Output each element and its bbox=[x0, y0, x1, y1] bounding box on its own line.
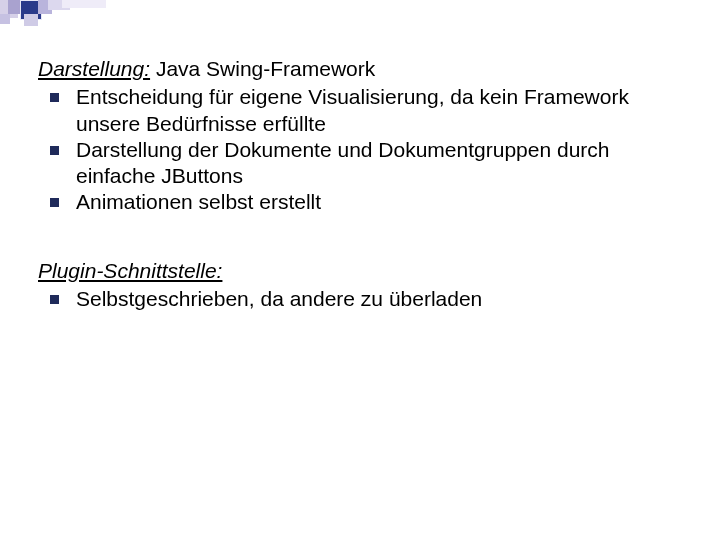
list-item: Selbstgeschrieben, da andere zu überlade… bbox=[42, 286, 680, 312]
list-item: Darstellung der Dokumente und Dokumentgr… bbox=[42, 137, 680, 190]
section2-list: Selbstgeschrieben, da andere zu überlade… bbox=[42, 286, 680, 312]
section2-heading-line: Plugin-Schnittstelle: bbox=[38, 258, 680, 284]
content-area: Darstellung: Java Swing-Framework Entsch… bbox=[38, 56, 680, 312]
slide: Darstellung: Java Swing-Framework Entsch… bbox=[0, 0, 720, 540]
section1-heading-line: Darstellung: Java Swing-Framework bbox=[38, 56, 680, 82]
section2-block: Plugin-Schnittstelle: Selbstgeschrieben,… bbox=[38, 258, 680, 313]
section2-label: Plugin-Schnittstelle: bbox=[38, 259, 222, 282]
section1-list: Entscheidung für eigene Visualisierung, … bbox=[42, 84, 680, 215]
list-item: Animationen selbst erstellt bbox=[42, 189, 680, 215]
list-item: Entscheidung für eigene Visualisierung, … bbox=[42, 84, 680, 137]
section1-suffix: Java Swing-Framework bbox=[150, 57, 375, 80]
corner-decoration bbox=[0, 0, 120, 22]
section1-label: Darstellung: bbox=[38, 57, 150, 80]
